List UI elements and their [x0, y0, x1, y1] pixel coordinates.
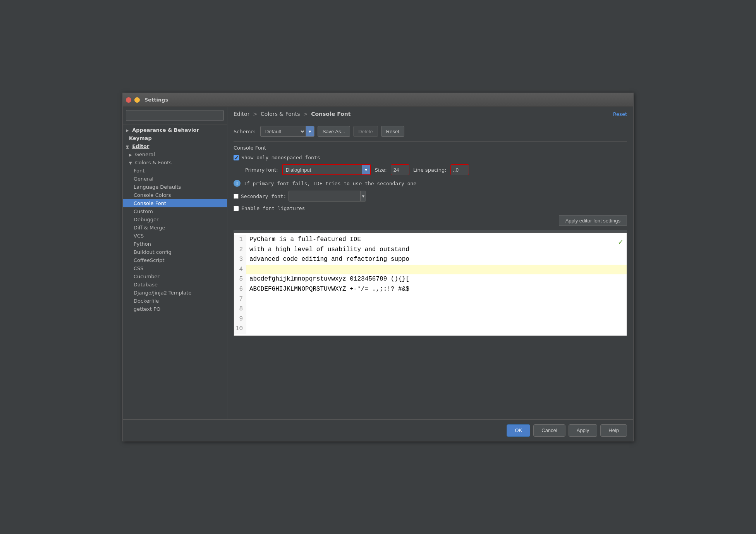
- search-wrap: [123, 107, 227, 124]
- apply-editor-font-button[interactable]: Apply editor font settings: [559, 215, 627, 226]
- sidebar-item-coffeescript[interactable]: CoffeeScript: [123, 256, 227, 264]
- line-spacing-label: Line spacing:: [413, 167, 447, 173]
- preview-line-1: 1 PyCharm is a full-featured IDE: [234, 235, 627, 245]
- expand-arrow-icon: ▶: [126, 128, 129, 133]
- settings-tree: ▶ Appearance & Behavior Keymap ▼ Editor …: [123, 124, 227, 419]
- search-input[interactable]: [126, 110, 224, 121]
- preview-text-8: [246, 304, 627, 314]
- minimize-button[interactable]: [134, 97, 140, 103]
- sidebar-item-vcs[interactable]: VCS: [123, 232, 227, 240]
- preview-line-6: 6 ABCDEFGHIJKLMNOPQRSTUVWXYZ +-*/= .,;:!…: [234, 284, 627, 295]
- sidebar-item-cucumber[interactable]: Cucumber: [123, 272, 227, 281]
- breadcrumb: Editor > Colors & Fonts > Console Font: [234, 111, 351, 117]
- secondary-font-label: Secondary font:: [241, 193, 286, 199]
- sidebar-item-python[interactable]: Python: [123, 240, 227, 248]
- sidebar-item-editor[interactable]: ▼ Editor: [123, 142, 227, 150]
- secondary-font-dropdown-button[interactable]: ▼: [360, 191, 366, 201]
- delete-button[interactable]: Delete: [353, 126, 378, 137]
- preview-line-2: 2 with a high level of usability and out…: [234, 245, 627, 255]
- help-button[interactable]: Help: [600, 424, 627, 437]
- sidebar-item-general[interactable]: ▶ General: [123, 150, 227, 158]
- breadcrumb-sep1: >: [253, 111, 259, 117]
- reset-button[interactable]: Reset: [381, 126, 404, 137]
- preview-text-3: advanced code editing and refactoring su…: [246, 255, 627, 265]
- line-number: 8: [234, 304, 246, 314]
- line-number: 6: [234, 284, 246, 295]
- preview-line-3: 3 advanced code editing and refactoring …: [234, 255, 627, 265]
- monospaced-label: Show only monospaced fonts: [241, 155, 320, 160]
- sidebar-item-general2[interactable]: General: [123, 175, 227, 183]
- expand-arrow-icon: ▼: [126, 145, 129, 149]
- secondary-font-checkbox[interactable]: [234, 194, 239, 199]
- monospaced-checkbox[interactable]: [234, 155, 239, 160]
- ok-button[interactable]: OK: [507, 424, 530, 437]
- line-number: 7: [234, 295, 246, 305]
- preview-text-9: [246, 314, 627, 324]
- sidebar-item-diff-merge[interactable]: Diff & Merge: [123, 224, 227, 232]
- breadcrumb-sep2: >: [303, 111, 309, 117]
- preview-line-4: 4: [234, 265, 627, 275]
- preview-text-2: with a high level of usability and outst…: [246, 245, 627, 255]
- bottom-bar: OK Cancel Apply Help: [123, 419, 633, 441]
- sidebar-item-buildout-config[interactable]: Buildout config: [123, 248, 227, 256]
- settings-window: Settings ▶ Appearance & Behavior Keymap: [122, 93, 634, 441]
- expand-arrow-icon: ▼: [129, 161, 132, 165]
- line-number: 10: [234, 324, 246, 334]
- sidebar-item-database[interactable]: Database: [123, 281, 227, 289]
- window-title: Settings: [144, 97, 168, 103]
- sidebar-item-font[interactable]: Font: [123, 167, 227, 175]
- content-area: ▶ Appearance & Behavior Keymap ▼ Editor …: [123, 107, 633, 419]
- primary-font-label: Primary font:: [245, 167, 278, 173]
- preview-line-10: 10: [234, 324, 627, 334]
- titlebar: Settings: [123, 93, 633, 107]
- info-icon: !: [234, 180, 241, 187]
- line-spacing-input[interactable]: [450, 164, 469, 175]
- sidebar: ▶ Appearance & Behavior Keymap ▼ Editor …: [123, 107, 227, 419]
- scheme-label: Scheme:: [234, 129, 256, 134]
- info-text: If primary font fails, IDE tries to use …: [244, 181, 416, 186]
- header-reset-link[interactable]: Reset: [613, 111, 627, 117]
- sidebar-item-console-font[interactable]: Console Font: [123, 199, 227, 207]
- scheme-dropdown-button[interactable]: ▼: [306, 126, 314, 136]
- preview-content: 1 PyCharm is a full-featured IDE 2 with …: [234, 233, 627, 336]
- size-label: Size:: [375, 167, 387, 173]
- primary-font-select-wrap: ▼: [282, 164, 371, 175]
- preview-area: 1 PyCharm is a full-featured IDE 2 with …: [234, 233, 627, 336]
- secondary-font-select-wrap: ▼: [289, 191, 366, 202]
- sidebar-item-django-jinja2[interactable]: Django/Jinja2 Template: [123, 289, 227, 297]
- preview-text-7: [246, 295, 627, 305]
- close-button[interactable]: [126, 97, 131, 103]
- sidebar-item-debugger[interactable]: Debugger: [123, 215, 227, 224]
- panel-body: Scheme: Default Darcula High Contrast ▼ …: [227, 121, 633, 419]
- preview-text-5: abcdefghijklmnopqrstuvwxyz 0123456789 ()…: [246, 274, 627, 284]
- panel-header: Editor > Colors & Fonts > Console Font R…: [227, 107, 633, 121]
- preview-drag-handle[interactable]: · · · · ·: [234, 230, 627, 233]
- cancel-button[interactable]: Cancel: [533, 424, 565, 437]
- save-as-button[interactable]: Save As...: [318, 126, 351, 137]
- checkmark-icon: ✓: [618, 238, 624, 246]
- sidebar-item-css[interactable]: CSS: [123, 264, 227, 272]
- preview-text-6: ABCDEFGHIJKLMNOPQRSTUVWXYZ +-*/= .,;:!? …: [246, 284, 627, 295]
- sidebar-item-custom[interactable]: Custom: [123, 207, 227, 215]
- sidebar-item-keymap[interactable]: Keymap: [123, 134, 227, 142]
- preview-text-1: PyCharm is a full-featured IDE: [246, 235, 627, 245]
- sidebar-item-dockerfile[interactable]: Dockerfile: [123, 297, 227, 305]
- size-input[interactable]: [391, 164, 409, 175]
- ligatures-checkbox[interactable]: [234, 206, 239, 211]
- line-number: 4: [234, 265, 246, 275]
- sidebar-item-console-colors[interactable]: Console Colors: [123, 191, 227, 199]
- primary-font-dropdown-button[interactable]: ▼: [362, 165, 370, 174]
- secondary-font-input[interactable]: [289, 193, 360, 199]
- primary-font-input[interactable]: [283, 167, 362, 173]
- sidebar-item-gettext-po[interactable]: gettext PO: [123, 305, 227, 313]
- scheme-select[interactable]: Default Darcula High Contrast: [261, 128, 306, 135]
- line-number: 9: [234, 314, 246, 324]
- preview-line-5: 5 abcdefghijklmnopqrstuvwxyz 0123456789 …: [234, 274, 627, 284]
- breadcrumb-current: Console Font: [311, 111, 351, 117]
- sidebar-item-colors-fonts[interactable]: ▼ Colors & Fonts: [123, 158, 227, 167]
- sidebar-item-appearance[interactable]: ▶ Appearance & Behavior: [123, 126, 227, 134]
- apply-button[interactable]: Apply: [569, 424, 598, 437]
- line-number: 2: [234, 245, 246, 255]
- sidebar-item-language-defaults[interactable]: Language Defaults: [123, 183, 227, 191]
- secondary-font-row: Secondary font: ▼: [234, 191, 627, 202]
